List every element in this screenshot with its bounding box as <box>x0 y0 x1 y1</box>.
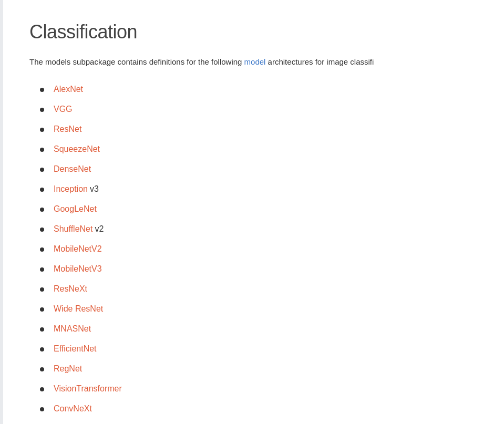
bullet-icon <box>40 88 44 92</box>
list-item: Inception v3 <box>40 183 472 195</box>
model-link-alexnet[interactable]: AlexNet <box>54 83 83 96</box>
model-link-wide-resnet[interactable]: Wide ResNet <box>54 303 103 315</box>
list-item: Wide ResNet <box>40 303 472 315</box>
list-item: RegNet <box>40 363 472 375</box>
bullet-icon <box>40 227 44 232</box>
model-list: AlexNetVGGResNetSqueezeNetDenseNetIncept… <box>40 83 472 415</box>
model-link-shufflenet[interactable]: ShuffleNet <box>54 223 92 235</box>
model-link-efficientnet[interactable]: EfficientNet <box>54 343 97 355</box>
model-link-vision-transformer[interactable]: VisionTransformer <box>54 382 122 395</box>
model-link-resnext[interactable]: ResNeXt <box>54 283 87 295</box>
list-item: DenseNet <box>40 163 472 175</box>
page-title: Classification <box>29 21 472 43</box>
bullet-icon <box>40 148 44 152</box>
bullet-icon <box>40 367 44 371</box>
bullet-icon <box>40 208 44 212</box>
bullet-icon <box>40 347 44 351</box>
list-item: ResNeXt <box>40 283 472 295</box>
list-item: MobileNetV2 <box>40 243 472 255</box>
content-area: Classification The models subpackage con… <box>3 0 504 424</box>
model-link-resnet[interactable]: ResNet <box>54 123 81 136</box>
bullet-icon <box>40 168 44 172</box>
model-link-mnasnet[interactable]: MNASNet <box>54 323 91 335</box>
list-item: ResNet <box>40 123 472 136</box>
list-item: SqueezeNet <box>40 143 472 156</box>
bullet-icon <box>40 327 44 332</box>
model-suffix-inception: v3 <box>90 183 99 195</box>
list-item: ShuffleNet v2 <box>40 223 472 235</box>
list-item: VGG <box>40 103 472 116</box>
description-link[interactable]: model <box>244 57 266 66</box>
bullet-icon <box>40 407 44 411</box>
bullet-icon <box>40 287 44 292</box>
bullet-icon <box>40 128 44 132</box>
model-link-vgg[interactable]: VGG <box>54 103 73 116</box>
model-link-mobilenetv3[interactable]: MobileNetV3 <box>54 263 102 275</box>
list-item: MobileNetV3 <box>40 263 472 275</box>
description-suffix: architectures for image classifi <box>265 57 374 66</box>
bullet-icon <box>40 307 44 312</box>
bullet-icon <box>40 247 44 252</box>
list-item: GoogLeNet <box>40 203 472 215</box>
model-link-regnet[interactable]: RegNet <box>54 363 82 375</box>
model-suffix-shufflenet: v2 <box>95 223 104 235</box>
model-link-squeezenet[interactable]: SqueezeNet <box>54 143 100 156</box>
model-link-mobilenetv2[interactable]: MobileNetV2 <box>54 243 102 255</box>
page-container: Classification The models subpackage con… <box>0 0 504 424</box>
bullet-icon <box>40 188 44 192</box>
description-text: The models subpackage contains definitio… <box>29 56 472 68</box>
list-item: AlexNet <box>40 83 472 96</box>
list-item: VisionTransformer <box>40 382 472 395</box>
list-item: EfficientNet <box>40 343 472 355</box>
list-item: ConvNeXt <box>40 402 472 415</box>
model-link-densenet[interactable]: DenseNet <box>54 163 91 175</box>
description-prefix: The models subpackage contains definitio… <box>29 57 244 66</box>
model-link-convnext[interactable]: ConvNeXt <box>54 402 92 415</box>
bullet-icon <box>40 267 44 272</box>
list-item: MNASNet <box>40 323 472 335</box>
model-link-googlenet[interactable]: GoogLeNet <box>54 203 97 215</box>
bullet-icon <box>40 108 44 112</box>
bullet-icon <box>40 387 44 391</box>
model-link-inception[interactable]: Inception <box>54 183 88 195</box>
